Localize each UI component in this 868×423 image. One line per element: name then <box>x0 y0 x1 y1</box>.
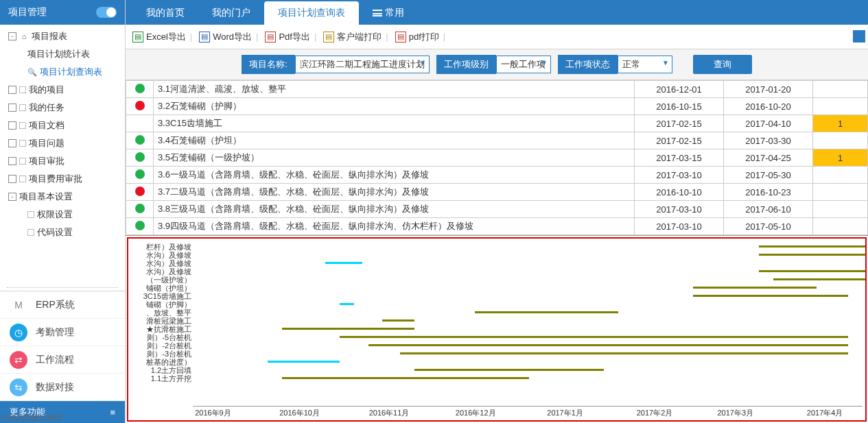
expander-icon[interactable] <box>8 175 16 183</box>
filter-name-select[interactable]: 滨江环路二期工程施工进度计划 ▼ <box>295 56 430 73</box>
end-date: 2017-04-25 <box>724 149 813 167</box>
task-name: 3.7二级马道（含路肩墙、级配、水稳、砼面层、纵向排水沟）及修坡 <box>154 184 635 201</box>
gantt-bar <box>759 245 867 247</box>
end-date: 2016-10-20 <box>724 98 813 115</box>
status-dot <box>135 204 145 213</box>
flag-cell <box>813 201 868 218</box>
gantt-label: 铺砌（护脚） <box>130 300 191 309</box>
tab[interactable]: 我的首页 <box>132 1 198 25</box>
axis-label: 2016年9月 <box>195 408 231 418</box>
table-row[interactable]: 3.2石笼铺砌（护脚）2016-10-152016-10-20 <box>126 98 868 115</box>
table-row[interactable]: 3.1河道清淤、疏浚、放坡、整平2016-12-012017-01-20 <box>126 81 868 98</box>
filter-status-label: 工作项状态 <box>558 55 618 74</box>
table-row[interactable]: 3.8三级马道（含路肩墙、级配、水稳、砼面层、纵向排水沟）及修坡2017-03-… <box>126 201 868 218</box>
tree-node[interactable]: 项目计划统计表 <box>0 45 125 63</box>
gantt-bar <box>382 319 414 322</box>
end-date: 2017-03-30 <box>724 132 813 149</box>
gantt-bar <box>693 295 848 297</box>
query-button[interactable]: 查询 <box>693 55 752 74</box>
tree-label: 项目基本设置 <box>19 191 73 203</box>
tab[interactable]: 项目计划查询表 <box>264 1 359 25</box>
task-name: 3.3C15齿墙施工 <box>154 115 635 132</box>
gantt-bar <box>693 287 817 289</box>
expander-icon[interactable] <box>8 104 16 112</box>
module-row[interactable]: ⇄工作流程 <box>0 346 125 374</box>
gantt-bar <box>759 270 867 272</box>
tree-node[interactable]: -⌂项目报表 <box>0 27 125 45</box>
axis-label: 2017年4月 <box>807 408 843 418</box>
gantt-label: 1.2土方回填 <box>130 366 191 374</box>
module-icon: ⇄ <box>10 351 27 369</box>
flag-cell <box>813 167 868 184</box>
tree-node[interactable]: 项目问题 <box>0 134 125 152</box>
table-row[interactable]: 3.7二级马道（含路肩墙、级配、水稳、砼面层、纵向排水沟）及修坡2016-10-… <box>126 184 868 201</box>
chevron-down-icon: ▼ <box>541 59 548 67</box>
expander-icon[interactable] <box>8 121 16 130</box>
module-icon: ⇆ <box>10 378 27 396</box>
table-row[interactable]: 3.4石笼铺砌（护坦）2017-02-152017-03-30 <box>126 132 868 149</box>
tab[interactable]: 常用 <box>359 1 418 25</box>
export-button[interactable]: ▤Excel导出| <box>132 31 193 43</box>
tree-node[interactable]: 我的项目 <box>0 81 125 99</box>
expander-icon[interactable]: - <box>8 32 16 40</box>
table-row[interactable]: 3.3C15齿墙施工2017-02-152017-04-101 <box>126 115 868 132</box>
tree-node[interactable]: -项目基本设置 <box>0 188 125 206</box>
flag-cell <box>813 218 868 235</box>
export-button[interactable]: ▤Pdf导出| <box>265 31 318 43</box>
module-row[interactable]: ◷考勤管理 <box>0 319 125 346</box>
tree-node[interactable]: 项目审批 <box>0 152 125 170</box>
file-icon: ▤ <box>323 32 334 43</box>
task-name: 3.1河道清淤、疏浚、放坡、整平 <box>154 81 635 98</box>
gantt-bar <box>759 254 867 256</box>
box-icon <box>19 122 26 129</box>
save-icon[interactable] <box>853 30 865 43</box>
export-button[interactable]: ▤客户端打印| <box>323 31 389 43</box>
chevron-down-icon: ▼ <box>419 59 426 67</box>
gantt-bar <box>340 303 354 305</box>
export-button[interactable]: ▤pdf打印| <box>395 31 447 43</box>
module-row[interactable]: ⇆数据对接 <box>0 374 125 401</box>
filter-status-select[interactable]: 正常 ▼ <box>618 56 672 73</box>
export-button[interactable]: ▤Word导出| <box>199 31 259 43</box>
start-date: 2017-03-15 <box>635 149 724 167</box>
status-dot <box>135 101 145 110</box>
gantt-label: 滑桩冠梁施工 <box>130 317 191 325</box>
expander-icon[interactable]: - <box>8 193 16 201</box>
gantt-bar <box>325 262 362 264</box>
module-row[interactable]: MERP系统 <box>0 291 125 319</box>
tree-node[interactable]: 我的任务 <box>0 99 125 117</box>
flag-cell <box>813 132 868 149</box>
sidebar-toggle[interactable] <box>96 7 117 18</box>
box-icon <box>27 211 34 218</box>
table-row[interactable]: 3.6一级马道（含路肩墙、级配、水稳、砼面层、纵向排水沟）及修坡2017-03-… <box>126 167 868 184</box>
status-dot <box>135 186 145 196</box>
module-label: 工作流程 <box>36 354 74 366</box>
status-dot <box>135 169 145 179</box>
task-name: 3.2石笼铺砌（护脚） <box>154 98 635 115</box>
file-icon: ▤ <box>395 32 406 43</box>
tree-label: 项目计划统计表 <box>27 48 90 60</box>
filter-level-select[interactable]: 一般工作项 ▼ <box>496 56 551 73</box>
expander-icon[interactable] <box>8 157 16 165</box>
tree-label: 项目文档 <box>29 119 64 132</box>
flag-cell: 1 <box>813 149 868 167</box>
table-row[interactable]: 3.9四级马道（含路肩墙、级配、水稳、砼面层、纵向排水沟、仿木栏杆）及修坡201… <box>126 218 868 235</box>
module-icon: M <box>10 296 27 314</box>
status-dot <box>135 221 145 230</box>
tree-node[interactable]: 代码设置 <box>0 223 125 241</box>
hamburger-icon: ≡ <box>110 407 115 418</box>
tree-node[interactable]: 项目文档 <box>0 117 125 134</box>
tree-node[interactable]: 🔍项目计划查询表 <box>0 63 125 81</box>
tab[interactable]: 我的门户 <box>198 1 264 25</box>
gantt-bar <box>268 361 340 363</box>
expander-icon[interactable] <box>8 86 16 94</box>
gantt-label: 、放坡、整平 <box>130 309 191 317</box>
axis-label: 2017年2月 <box>637 408 673 418</box>
tree-label: 权限设置 <box>37 208 73 221</box>
tree-node[interactable]: 项目费用审批 <box>0 170 125 188</box>
tree-label: 代码设置 <box>37 226 73 239</box>
expander-icon[interactable] <box>8 139 16 147</box>
table-row[interactable]: 3.5石笼铺砌（一级护坡）2017-03-152017-04-251 <box>126 149 868 167</box>
tree-node[interactable]: 权限设置 <box>0 206 125 223</box>
gantt-label: 1.1土方开挖 <box>130 374 191 383</box>
